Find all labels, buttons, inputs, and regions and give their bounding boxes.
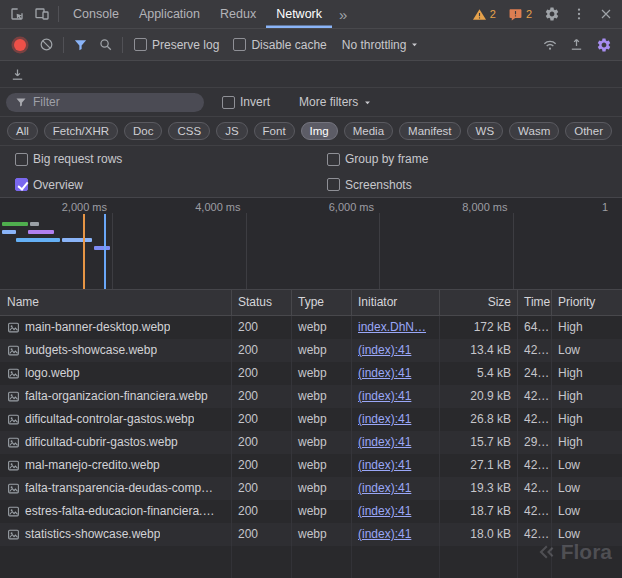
request-name: budgets-showcase.webp xyxy=(25,339,157,362)
column-header-priority[interactable]: Priority xyxy=(552,290,622,315)
download-icon xyxy=(10,67,25,82)
table-row[interactable]: logo.webp200webp(index):415.4 kB24…High xyxy=(0,362,622,385)
export-har-button[interactable] xyxy=(564,32,589,57)
device-toolbar-button[interactable] xyxy=(29,2,54,27)
screenshots-checkbox[interactable]: Screenshots xyxy=(327,178,607,192)
column-header-initiator[interactable]: Initiator xyxy=(352,290,440,315)
size-cell: 172 kB xyxy=(440,316,518,339)
menu-button[interactable] xyxy=(566,2,591,27)
timeline-overview[interactable]: 2,000 ms4,000 ms6,000 ms8,000 ms1 xyxy=(0,198,622,290)
overview-checkbox[interactable]: Overview xyxy=(15,178,313,192)
filter-chip-media[interactable]: Media xyxy=(344,122,393,140)
table-row[interactable]: statistics-showcase.webp200webp(index):4… xyxy=(0,523,622,546)
search-button[interactable] xyxy=(93,32,118,57)
size-cell: 26.8 kB xyxy=(440,408,518,431)
request-name-cell[interactable]: dificultad-cubrir-gastos.webp xyxy=(0,431,232,454)
filter-toggle-button[interactable] xyxy=(68,32,93,57)
request-name-cell[interactable]: falta-organizacion-financiera.webp xyxy=(0,385,232,408)
column-header-type[interactable]: Type xyxy=(292,290,352,315)
initiator-link[interactable]: index.DhN… xyxy=(358,320,426,334)
overview-bar xyxy=(30,222,39,226)
network-settings-button[interactable] xyxy=(591,32,616,57)
more-filters-dropdown[interactable]: More filters xyxy=(299,95,372,109)
tab-application[interactable]: Application xyxy=(129,0,210,28)
column-header-size[interactable]: Size xyxy=(440,290,518,315)
table-row[interactable]: mal-manejo-credito.webp200webp(index):41… xyxy=(0,454,622,477)
download-har-button[interactable] xyxy=(5,62,30,87)
table-row[interactable]: main-banner-desktop.webp200webpindex.DhN… xyxy=(0,316,622,339)
table-row[interactable]: falta-transparencia-deudas-comp…200webp(… xyxy=(0,477,622,500)
column-header-time[interactable]: Time xyxy=(518,290,552,315)
filter-chip-img[interactable]: Img xyxy=(301,122,338,140)
initiator-link[interactable]: (index):41 xyxy=(358,343,411,357)
invert-checkbox[interactable]: Invert xyxy=(222,95,270,109)
big-request-rows-checkbox[interactable]: Big request rows xyxy=(15,152,313,166)
request-name-cell[interactable]: dificultad-controlar-gastos.webp xyxy=(0,408,232,431)
table-row[interactable]: falta-organizacion-financiera.webp200web… xyxy=(0,385,622,408)
initiator-link[interactable]: (index):41 xyxy=(358,412,411,426)
filter-chip-fetch-xhr[interactable]: Fetch/XHR xyxy=(44,122,118,140)
group-by-frame-checkbox[interactable]: Group by frame xyxy=(327,152,607,166)
status-cell: 200 xyxy=(232,523,292,546)
filter-chip-ws[interactable]: WS xyxy=(467,122,504,140)
initiator-cell: (index):41 xyxy=(352,523,440,546)
tab-network[interactable]: Network xyxy=(266,0,332,28)
tab-console[interactable]: Console xyxy=(63,0,129,28)
checkbox-box xyxy=(15,153,28,166)
initiator-link[interactable]: (index):41 xyxy=(358,527,411,541)
table-row[interactable]: dificultad-cubrir-gastos.webp200webp(ind… xyxy=(0,431,622,454)
filter-input[interactable] xyxy=(33,95,195,109)
initiator-link[interactable]: (index):41 xyxy=(358,435,411,449)
warning-count: 2 xyxy=(490,8,496,20)
column-header-status[interactable]: Status xyxy=(232,290,292,315)
initiator-cell: (index):41 xyxy=(352,362,440,385)
initiator-link[interactable]: (index):41 xyxy=(358,458,411,472)
overview-bar xyxy=(16,238,60,242)
filter-chip-other[interactable]: Other xyxy=(565,122,612,140)
tab-redux[interactable]: Redux xyxy=(210,0,266,28)
initiator-link[interactable]: (index):41 xyxy=(358,366,411,380)
table-row[interactable]: budgets-showcase.webp200webp(index):4113… xyxy=(0,339,622,362)
request-name-cell[interactable]: budgets-showcase.webp xyxy=(0,339,232,362)
type-cell: webp xyxy=(292,385,352,408)
initiator-link[interactable]: (index):41 xyxy=(358,389,411,403)
network-toolbar: Preserve log Disable cache No throttling xyxy=(0,29,622,61)
filter-chip-manifest[interactable]: Manifest xyxy=(399,122,460,140)
table-row[interactable]: dificultad-controlar-gastos.webp200webp(… xyxy=(0,408,622,431)
warnings-badge[interactable]: 2 xyxy=(467,7,501,22)
clear-icon xyxy=(39,37,54,52)
initiator-link[interactable]: (index):41 xyxy=(358,481,411,495)
request-name-cell[interactable]: falta-transparencia-deudas-comp… xyxy=(0,477,232,500)
filter-chip-doc[interactable]: Doc xyxy=(124,122,162,140)
network-conditions-button[interactable] xyxy=(537,32,562,57)
more-tabs-button[interactable]: » xyxy=(332,6,354,23)
request-name-cell[interactable]: mal-manejo-credito.webp xyxy=(0,454,232,477)
clear-button[interactable] xyxy=(34,32,59,57)
filter-chip-all[interactable]: All xyxy=(7,122,38,140)
record-button[interactable] xyxy=(14,39,26,51)
filter-chip-font[interactable]: Font xyxy=(254,122,295,140)
issues-badge[interactable]: 2 xyxy=(503,7,537,22)
column-header-name[interactable]: Name xyxy=(0,290,232,315)
request-name-cell[interactable]: estres-falta-educacion-financiera.… xyxy=(0,500,232,523)
settings-button[interactable] xyxy=(539,2,564,27)
filter-chip-css[interactable]: CSS xyxy=(168,122,210,140)
throttling-dropdown[interactable]: No throttling xyxy=(342,38,420,52)
close-button[interactable] xyxy=(593,2,618,27)
preserve-log-checkbox[interactable]: Preserve log xyxy=(134,38,219,52)
inspect-button[interactable] xyxy=(4,2,29,27)
type-cell: webp xyxy=(292,477,352,500)
initiator-link[interactable]: (index):41 xyxy=(358,504,411,518)
tabbar-right-controls: 2 2 xyxy=(467,2,618,27)
request-name-cell[interactable]: statistics-showcase.webp xyxy=(0,523,232,546)
request-name-cell[interactable]: main-banner-desktop.webp xyxy=(0,316,232,339)
table-row[interactable]: estres-falta-educacion-financiera.…200we… xyxy=(0,500,622,523)
checkbox-box xyxy=(233,38,246,51)
disable-cache-checkbox[interactable]: Disable cache xyxy=(233,38,326,52)
filter-chip-wasm[interactable]: Wasm xyxy=(509,122,559,140)
request-name-cell[interactable]: logo.webp xyxy=(0,362,232,385)
filter-input-container[interactable] xyxy=(6,93,204,112)
priority-cell: High xyxy=(552,362,622,385)
request-name: dificultad-cubrir-gastos.webp xyxy=(25,431,178,454)
filter-chip-js[interactable]: JS xyxy=(216,122,247,140)
